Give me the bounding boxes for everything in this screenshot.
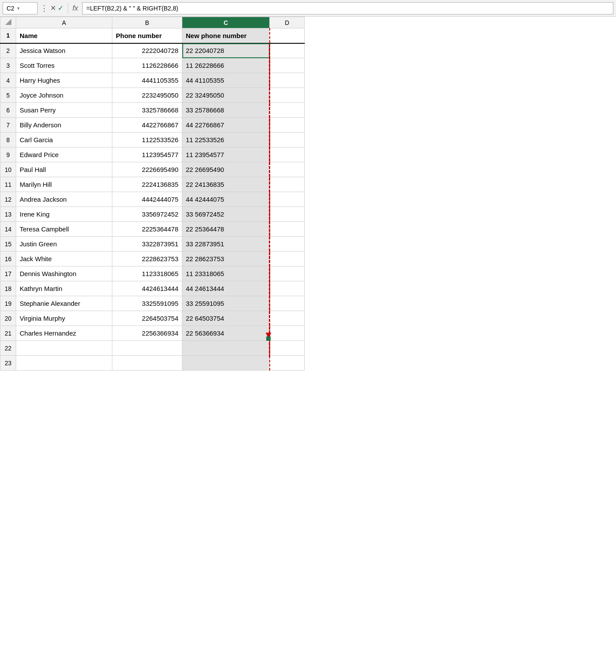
- cell-name[interactable]: Andrea Jackson: [16, 192, 112, 207]
- row-num-3: 3: [0, 58, 16, 73]
- row-num-7: 7: [0, 118, 16, 133]
- cell-d: [270, 311, 305, 326]
- col-header-a[interactable]: A: [16, 17, 112, 28]
- cell-d: [270, 147, 305, 162]
- cell-phone[interactable]: 2224136835: [112, 177, 182, 192]
- confirm-icon[interactable]: ✓: [58, 4, 63, 12]
- cell-phone[interactable]: 3322873951: [112, 237, 182, 252]
- cell-new-phone[interactable]: 44 24613444: [182, 281, 270, 296]
- cell-new-phone[interactable]: 22 24136835: [182, 177, 270, 192]
- cell-phone[interactable]: 2222040728: [112, 43, 182, 58]
- table-row: 18Kathryn Martin442461344444 24613444: [0, 281, 305, 296]
- cell-name[interactable]: Carl Garcia: [16, 133, 112, 147]
- cell-name[interactable]: Jessica Watson: [16, 43, 112, 58]
- cell-phone[interactable]: 1126228666: [112, 58, 182, 73]
- cell-new-phone[interactable]: 33 22873951: [182, 237, 270, 252]
- cell-name[interactable]: Dennis Washington: [16, 266, 112, 281]
- header-phone[interactable]: Phone number: [112, 28, 182, 43]
- cell-phone[interactable]: 2232495050: [112, 88, 182, 103]
- header-name[interactable]: Name: [16, 28, 112, 43]
- cell-name[interactable]: Kathryn Martin: [16, 281, 112, 296]
- table-row: 12Andrea Jackson444244407544 42444075: [0, 192, 305, 207]
- cell-new-phone[interactable]: 22 22040728: [182, 43, 270, 58]
- cell-phone[interactable]: 4442444075: [112, 192, 182, 207]
- cell-new-phone[interactable]: 22 28623753: [182, 252, 270, 266]
- cell-name[interactable]: Justin Green: [16, 237, 112, 252]
- cell-phone[interactable]: 1122533526: [112, 133, 182, 147]
- cell-new-phone[interactable]: 33 25591095: [182, 296, 270, 311]
- spreadsheet-container: A B C D 1 Name Phone number New phone nu…: [0, 17, 305, 371]
- row-num-21: 21: [0, 326, 16, 341]
- cell-new-phone[interactable]: 44 42444075: [182, 192, 270, 207]
- table-row: 4Harry Hughes444110535544 41105355: [0, 73, 305, 88]
- cell-d: [270, 103, 305, 118]
- cell-new-phone[interactable]: 33 56972452: [182, 207, 270, 222]
- cell-new-phone[interactable]: 44 41105355: [182, 73, 270, 88]
- cell-name[interactable]: Joyce Johnson: [16, 88, 112, 103]
- table-row: 23: [0, 356, 305, 371]
- cell-phone[interactable]: [112, 356, 182, 371]
- row-num-5: 5: [0, 88, 16, 103]
- corner-header: [0, 17, 16, 28]
- cell-phone[interactable]: 1123318065: [112, 266, 182, 281]
- cell-phone[interactable]: 1123954577: [112, 147, 182, 162]
- cell-d: [270, 43, 305, 58]
- cell-new-phone[interactable]: 11 23954577: [182, 147, 270, 162]
- cell-phone[interactable]: 4422766867: [112, 118, 182, 133]
- cell-name[interactable]: Marilyn Hill: [16, 177, 112, 192]
- cell-name[interactable]: Stephanie Alexander: [16, 296, 112, 311]
- cell-new-phone[interactable]: 22 26695490: [182, 162, 270, 177]
- cell-name[interactable]: Susan Perry: [16, 103, 112, 118]
- cell-name[interactable]: Billy Anderson: [16, 118, 112, 133]
- cell-phone[interactable]: 2256366934: [112, 326, 182, 341]
- cell-phone[interactable]: 2264503754: [112, 311, 182, 326]
- cell-new-phone[interactable]: 22 32495050: [182, 88, 270, 103]
- row-num-6: 6: [0, 103, 16, 118]
- cell-name[interactable]: Irene King: [16, 207, 112, 222]
- col-header-d[interactable]: D: [270, 17, 305, 28]
- cell-phone[interactable]: 4424613444: [112, 281, 182, 296]
- cell-name[interactable]: Virginia Murphy: [16, 311, 112, 326]
- col-header-c[interactable]: C: [182, 17, 270, 28]
- cell-new-phone[interactable]: 11 22533526: [182, 133, 270, 147]
- cell-phone[interactable]: 2228623753: [112, 252, 182, 266]
- cell-reference-box[interactable]: C2 ▾: [3, 2, 38, 14]
- cell-phone[interactable]: 4441105355: [112, 73, 182, 88]
- cell-phone[interactable]: 2225364478: [112, 222, 182, 237]
- col-header-b[interactable]: B: [112, 17, 182, 28]
- row-num-19: 19: [0, 296, 16, 311]
- cell-d: [270, 281, 305, 296]
- header-new-phone[interactable]: New phone number: [182, 28, 270, 43]
- cell-phone[interactable]: 2226695490: [112, 162, 182, 177]
- cell-phone[interactable]: 3325786668: [112, 103, 182, 118]
- cell-new-phone[interactable]: 22 56366934: [182, 326, 270, 341]
- cell-name[interactable]: Edward Price: [16, 147, 112, 162]
- cell-new-phone[interactable]: 22 25364478: [182, 222, 270, 237]
- cell-new-phone[interactable]: 11 26228666: [182, 58, 270, 73]
- cell-name[interactable]: [16, 341, 112, 356]
- cell-name[interactable]: Paul Hall: [16, 162, 112, 177]
- cell-phone[interactable]: 3325591095: [112, 296, 182, 311]
- cell-d: [270, 177, 305, 192]
- cell-new-phone[interactable]: 33 25786668: [182, 103, 270, 118]
- cell-new-phone[interactable]: [182, 356, 270, 371]
- cell-new-phone[interactable]: 22 64503754: [182, 311, 270, 326]
- cell-name[interactable]: Scott Torres: [16, 58, 112, 73]
- cell-new-phone[interactable]: [182, 341, 270, 356]
- formula-input[interactable]: [82, 2, 613, 14]
- cell-name[interactable]: Jack White: [16, 252, 112, 266]
- cell-name[interactable]: Teresa Campbell: [16, 222, 112, 237]
- cancel-icon[interactable]: ✕: [50, 4, 56, 12]
- cell-phone[interactable]: [112, 341, 182, 356]
- cell-ref-value: C2: [7, 5, 14, 12]
- cell-name[interactable]: Charles Hernandez: [16, 326, 112, 341]
- row-num-18: 18: [0, 281, 16, 296]
- cell-name[interactable]: [16, 356, 112, 371]
- cell-phone[interactable]: 3356972452: [112, 207, 182, 222]
- table-row: 8Carl Garcia112253352611 22533526: [0, 133, 305, 147]
- cell-new-phone[interactable]: 11 23318065: [182, 266, 270, 281]
- cell-name[interactable]: Harry Hughes: [16, 73, 112, 88]
- cell-new-phone[interactable]: 44 22766867: [182, 118, 270, 133]
- row-num-22: 22: [0, 341, 16, 356]
- dots-icon: ⋮: [40, 4, 49, 13]
